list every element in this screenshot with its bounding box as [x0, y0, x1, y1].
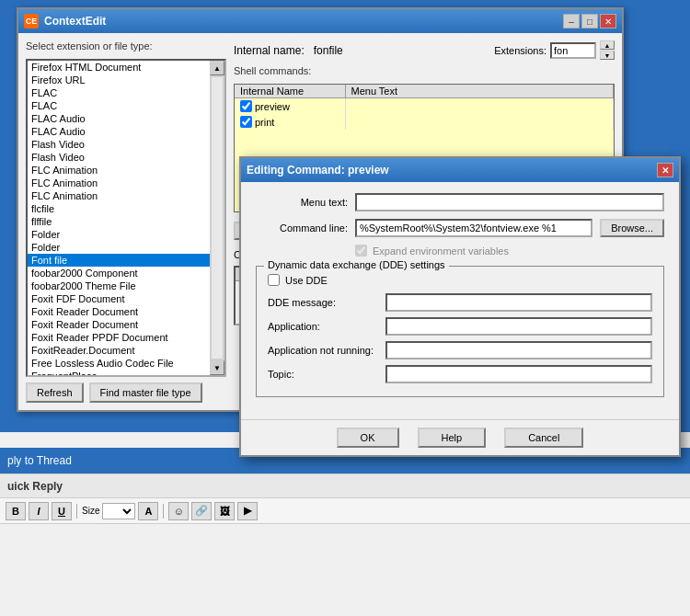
title-controls: – □ ✕ — [563, 14, 616, 29]
shell-row[interactable]: preview — [235, 98, 614, 115]
close-btn[interactable]: ✕ — [600, 14, 616, 29]
list-item[interactable]: FoxitReader.Document — [28, 344, 210, 357]
list-item[interactable]: flffile — [28, 215, 210, 228]
shell-internal-name: preview — [255, 101, 290, 112]
maximize-btn[interactable]: □ — [581, 14, 598, 29]
internal-name-label: Internal name: — [234, 44, 305, 57]
list-item[interactable]: FLAC Audio — [28, 112, 210, 125]
shell-table: Internal Name Menu Text preview print — [235, 85, 614, 130]
expand-env-checkbox[interactable] — [355, 245, 367, 257]
list-item[interactable]: Flash Video — [28, 151, 210, 164]
image-btn[interactable]: 🖼 — [214, 502, 235, 520]
ext-up-arrow[interactable]: ▲ — [600, 40, 615, 50]
cancel-button[interactable]: Cancel — [504, 428, 583, 448]
file-list-scrollbar[interactable]: ▲ ▼ — [210, 61, 224, 375]
command-line-input[interactable] — [355, 219, 592, 237]
quick-reply-bar: uick Reply — [0, 473, 690, 498]
ext-down-arrow[interactable]: ▼ — [600, 51, 615, 60]
extensions-input[interactable] — [550, 42, 596, 59]
list-item[interactable]: FLAC — [28, 86, 210, 99]
shell-row[interactable]: print — [235, 114, 614, 130]
ext-arrows: ▲ ▼ — [600, 40, 615, 60]
list-item[interactable]: FrequentPlace — [28, 370, 210, 375]
list-item[interactable]: Firefox URL — [28, 74, 210, 86]
list-item[interactable]: FLC Animation — [28, 164, 210, 177]
use-dde-row: Use DDE — [268, 274, 652, 286]
editing-close-btn[interactable]: ✕ — [657, 163, 673, 177]
shell-col-menu: Menu Text — [345, 85, 614, 98]
list-item[interactable]: Font file — [28, 254, 210, 267]
list-item[interactable]: FLAC Audio — [28, 125, 210, 138]
list-item[interactable]: FLC Animation — [28, 177, 210, 189]
dde-message-input[interactable] — [385, 293, 652, 312]
dde-message-row: DDE message: — [268, 293, 652, 312]
list-item[interactable]: foobar2000 Component — [28, 267, 210, 279]
quick-reply-label: uick Reply — [7, 480, 63, 493]
select-label: Select extension or file type: — [26, 40, 226, 51]
scroll-thumb[interactable] — [212, 77, 223, 359]
title-left: CE ContextEdit — [24, 14, 106, 29]
browse-btn[interactable]: Browse... — [600, 219, 664, 237]
list-item[interactable]: Foxit Reader PPDF Document — [28, 331, 210, 344]
find-master-button[interactable]: Find master file type — [89, 382, 202, 403]
contextedit-titlebar: CE ContextEdit – □ ✕ — [18, 9, 622, 33]
dialog-title: ContextEdit — [44, 15, 106, 28]
internal-name-value: fonfile — [314, 44, 343, 57]
minimize-btn[interactable]: – — [563, 14, 580, 29]
app-not-running-input[interactable] — [385, 341, 652, 359]
use-dde-checkbox[interactable] — [268, 274, 280, 286]
dde-group: Dynamic data exchange (DDE) settings Use… — [256, 266, 664, 397]
shell-checkbox[interactable] — [240, 100, 252, 112]
shell-internal-name: print — [255, 117, 274, 128]
app-not-running-row: Application not running: — [268, 341, 652, 359]
menu-text-input[interactable] — [355, 193, 664, 211]
refresh-button[interactable]: Refresh — [26, 382, 84, 403]
internal-name-display: Internal name: fonfile — [234, 44, 343, 57]
shell-commands-label: Shell commands: — [234, 65, 615, 76]
app-icon: CE — [24, 14, 39, 29]
list-item[interactable]: flcfile — [28, 202, 210, 215]
italic-btn[interactable]: I — [29, 502, 49, 520]
list-item[interactable]: Folder — [28, 228, 210, 241]
underline-btn[interactable]: U — [52, 502, 72, 520]
list-item[interactable]: Flash Video — [28, 138, 210, 151]
scroll-down-arrow[interactable]: ▼ — [210, 360, 224, 375]
list-item[interactable]: Firefox HTML Document — [28, 61, 210, 74]
command-line-label: Command line: — [256, 222, 348, 234]
left-buttons: Refresh Find master file type — [26, 382, 226, 403]
application-row: Application: — [268, 317, 652, 336]
list-item[interactable]: Free Lossless Audio Codec File — [28, 357, 210, 370]
list-item[interactable]: foobar2000 Theme File — [28, 279, 210, 292]
editing-footer: OK Help Cancel — [241, 419, 679, 455]
video-btn[interactable]: ▶ — [237, 502, 258, 520]
dde-legend: Dynamic data exchange (DDE) settings — [264, 259, 449, 270]
list-item[interactable]: FLAC — [28, 99, 210, 112]
editing-command-dialog: Editing Command: preview ✕ Menu text: Co… — [239, 156, 681, 457]
menu-text-label: Menu text: — [256, 197, 348, 208]
scroll-up-arrow[interactable]: ▲ — [210, 61, 224, 75]
application-input[interactable] — [385, 317, 652, 336]
list-item[interactable]: Foxit Reader Document — [28, 318, 210, 331]
dde-message-label: DDE message: — [268, 297, 378, 308]
shell-checkbox[interactable] — [240, 116, 252, 128]
ok-button[interactable]: OK — [337, 428, 399, 448]
link-btn[interactable]: 🔗 — [191, 502, 212, 520]
editing-titlebar: Editing Command: preview ✕ — [241, 158, 679, 182]
help-button[interactable]: Help — [418, 428, 487, 448]
font-color-btn[interactable]: A — [138, 502, 158, 520]
list-item[interactable]: Foxit Reader Document — [28, 305, 210, 318]
editing-title-controls: ✕ — [657, 163, 673, 177]
expand-env-label: Expand environment variables — [373, 245, 509, 257]
shell-col-name: Internal Name — [235, 85, 345, 98]
editing-title: Editing Command: preview — [247, 164, 389, 177]
right-header: Internal name: fonfile Extensions: ▲ ▼ — [234, 40, 615, 60]
topic-input[interactable] — [385, 365, 652, 383]
left-panel: Select extension or file type: Firefox H… — [26, 40, 226, 403]
smiley-btn[interactable]: ☺ — [168, 502, 189, 520]
list-item[interactable]: Folder — [28, 241, 210, 254]
application-label: Application: — [268, 321, 378, 332]
size-select[interactable] — [102, 503, 135, 519]
list-item[interactable]: FLC Animation — [28, 189, 210, 202]
list-item[interactable]: Foxit FDF Document — [28, 292, 210, 305]
bold-btn[interactable]: B — [6, 502, 26, 520]
